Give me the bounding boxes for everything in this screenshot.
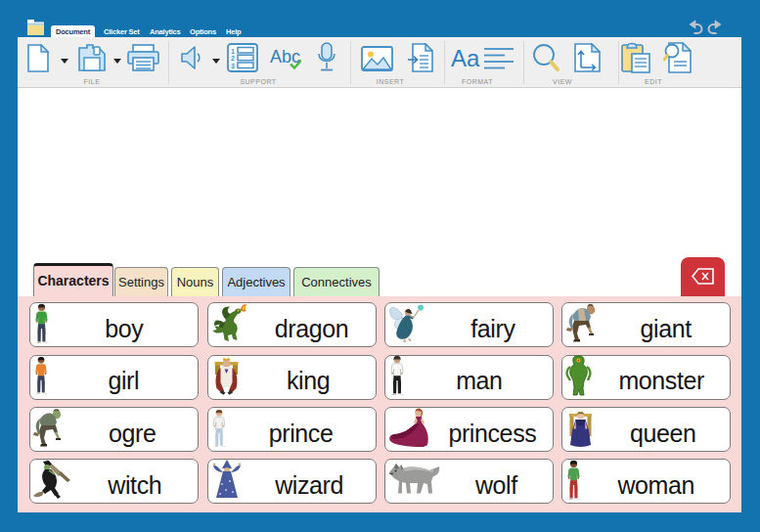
svg-text:Abc: Abc — [270, 47, 300, 66]
svg-text:Aa: Aa — [451, 45, 480, 71]
svg-text:2: 2 — [231, 55, 235, 62]
svg-text:3: 3 — [231, 63, 235, 69]
svg-text:1: 1 — [231, 48, 235, 55]
